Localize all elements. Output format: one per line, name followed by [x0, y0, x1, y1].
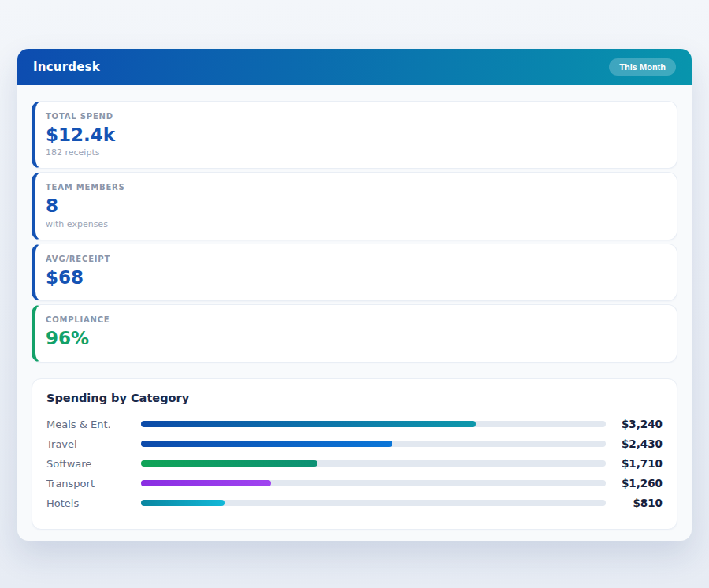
- stat-label: TOTAL SPEND: [46, 112, 664, 121]
- app-header: Incurdesk This Month: [17, 49, 692, 85]
- stat-value: 96%: [46, 328, 664, 348]
- bar-fill: [141, 460, 317, 467]
- stat-card: TEAM MEMBERS 8 with expenses: [32, 172, 677, 240]
- bar-fill: [141, 421, 476, 427]
- bar-value: $810: [614, 497, 663, 509]
- bar-track: [141, 460, 606, 467]
- bar-fill: [141, 441, 392, 447]
- stat-card: COMPLIANCE 96%: [32, 304, 677, 362]
- stat-label: AVG/RECEIPT: [46, 255, 664, 263]
- bar-track: [141, 441, 606, 447]
- chart-rows: Meals & Ent.$3,240Travel$2,430Software$1…: [46, 415, 663, 513]
- bar-track: [141, 480, 606, 486]
- chart-row: Meals & Ent.$3,240: [46, 415, 663, 434]
- bar-fill: [141, 500, 225, 506]
- chart-row: Transport$1,260: [46, 474, 663, 493]
- period-badge[interactable]: This Month: [609, 58, 676, 76]
- stat-value: $68: [46, 267, 664, 288]
- app-title: Incurdesk: [33, 60, 100, 74]
- chart-title: Spending by Category: [46, 392, 663, 404]
- stat-label: COMPLIANCE: [46, 315, 664, 324]
- stat-value: 8: [46, 195, 664, 216]
- stats-section: TOTAL SPEND $12.4k 182 receipts TEAM MEM…: [17, 85, 692, 363]
- bar-value: $3,240: [614, 418, 663, 430]
- category-label: Travel: [46, 438, 141, 450]
- stat-card: TOTAL SPEND $12.4k 182 receipts: [32, 101, 677, 169]
- chart-row: Software$1,710: [46, 454, 663, 474]
- dashboard-panel: Incurdesk This Month TOTAL SPEND $12.4k …: [17, 49, 692, 541]
- spending-chart-card: Spending by Category Meals & Ent.$3,240T…: [32, 378, 677, 530]
- category-label: Software: [46, 458, 141, 470]
- stat-subtitle: with expenses: [46, 219, 664, 229]
- category-label: Transport: [46, 478, 141, 489]
- bar-value: $1,260: [614, 477, 663, 489]
- category-label: Hotels: [46, 497, 141, 509]
- stat-value: $12.4k: [46, 125, 664, 145]
- stat-label: TEAM MEMBERS: [46, 183, 664, 192]
- bar-value: $1,710: [614, 457, 663, 470]
- bar-track: [141, 421, 606, 427]
- bar-track: [141, 500, 606, 506]
- stat-subtitle: 182 receipts: [46, 147, 664, 158]
- category-label: Meals & Ent.: [46, 419, 141, 430]
- bar-fill: [141, 480, 271, 486]
- stat-card: AVG/RECEIPT $68: [32, 244, 677, 301]
- bar-value: $2,430: [614, 437, 663, 450]
- chart-row: Travel$2,430: [46, 434, 663, 454]
- chart-row: Hotels$810: [46, 493, 663, 513]
